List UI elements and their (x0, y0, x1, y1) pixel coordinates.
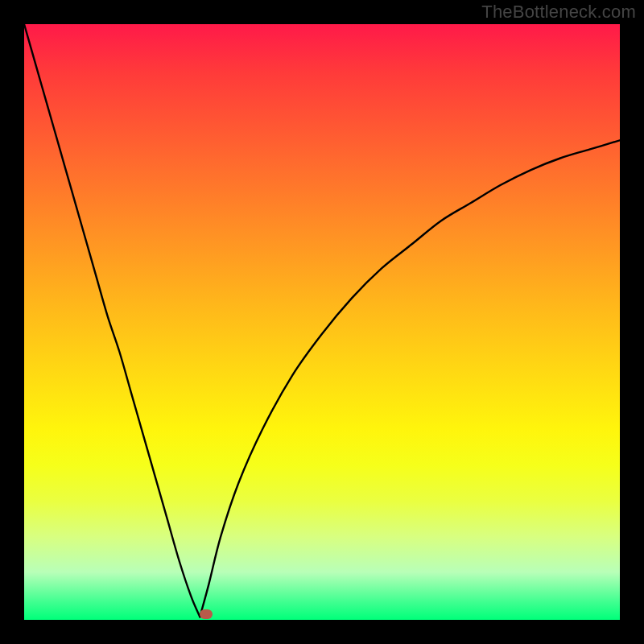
attribution-text: TheBottleneck.com (481, 2, 636, 23)
plot-gradient-background (24, 24, 620, 620)
bottleneck-marker (200, 609, 213, 619)
chart-frame: TheBottleneck.com (0, 0, 644, 644)
